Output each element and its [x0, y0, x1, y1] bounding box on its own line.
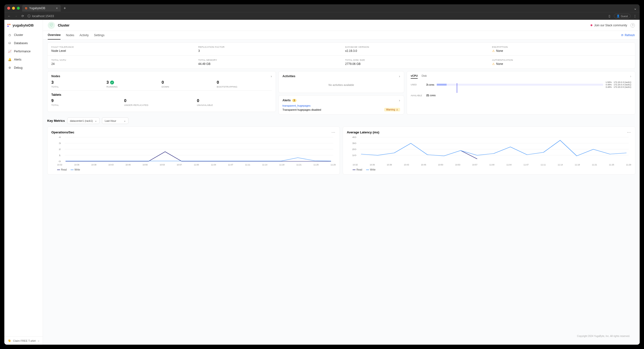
chevron-right-icon[interactable]: › [399, 98, 400, 102]
tab-activity[interactable]: Activity [80, 31, 89, 39]
timerange-select[interactable]: Last Hour⌄ [102, 117, 128, 124]
address-bar[interactable]: ⓘ localhost:15433 [28, 14, 54, 18]
tab-settings[interactable]: Settings [94, 31, 104, 39]
svg-text:0: 0 [59, 160, 61, 163]
alert-count-badge: 3 [292, 99, 296, 102]
svg-text:2: 2 [59, 148, 61, 151]
chevron-right-icon[interactable]: › [271, 74, 272, 78]
wave-icon: 👋 [8, 339, 11, 342]
window-maximize[interactable] [17, 7, 20, 10]
sidebar: yugabyteDB ◷ Cluster ⛁ Databases 📈 Perfo… [4, 20, 43, 345]
browser-tab[interactable]: ⧉ YugabyteDB × [22, 5, 61, 12]
refresh-icon: ⟳ [621, 34, 624, 37]
yugabyte-logo-icon [7, 23, 11, 28]
help-button[interactable]: ? [630, 23, 635, 28]
svg-text:10: 10 [352, 154, 356, 157]
sidebar-item-debug[interactable]: ⚙ Debug [4, 64, 43, 72]
cluster-icon: ◷ [8, 33, 12, 37]
activities-card: Activities› No activities available [278, 71, 404, 93]
tab-overview[interactable]: Overview [48, 31, 60, 40]
svg-text:4: 4 [59, 136, 61, 138]
reload-icon[interactable]: ⟳ [21, 14, 24, 18]
svg-text:30: 30 [352, 142, 356, 144]
health-badge: ♡ [48, 22, 55, 29]
refresh-button[interactable]: ⟳ Refresh [621, 34, 635, 37]
sidebar-item-performance[interactable]: 📈 Performance [4, 47, 43, 56]
key-metrics-title: Key Metrics [47, 119, 65, 123]
logo[interactable]: yugabyteDB [4, 20, 43, 31]
cluster-info-panel: FAULT TOLERANCENode Level REPLICATION FA… [47, 43, 635, 69]
alerts-card: Alerts3 › transparent_hugepages Transpar… [278, 95, 404, 115]
tab-title: YugabyteDB [29, 7, 45, 10]
window-minimize[interactable] [12, 7, 15, 10]
chart-menu-icon[interactable]: ⋯ [332, 130, 336, 135]
svg-text:1: 1 [59, 154, 61, 157]
disk-tab[interactable]: Disk [422, 74, 426, 79]
chart-card: Average Latency (ms)⋯ 10203040 10:3210:3… [343, 126, 635, 175]
chevron-right-icon[interactable]: › [630, 74, 631, 78]
profile-button[interactable]: 👤 Guest [614, 14, 630, 18]
new-tab-button[interactable]: + [62, 6, 67, 10]
warning-pill: Warning⚠ [384, 108, 400, 111]
forward-icon[interactable]: → [14, 14, 18, 18]
warning-icon: ⚠ [492, 49, 495, 53]
svg-text:20: 20 [352, 148, 356, 151]
page-title: Cluster [58, 24, 70, 27]
chevron-down-icon: ⌄ [124, 119, 126, 122]
sidebar-item-databases[interactable]: ⛁ Databases [4, 39, 43, 47]
slack-link[interactable]: ✱ Join our Slack community [590, 24, 627, 27]
slack-icon: ✱ [590, 24, 593, 27]
warning-icon: ⚠ [492, 62, 495, 66]
chart-icon: 📈 [8, 50, 12, 53]
tab-favicon: ⧉ [25, 7, 27, 10]
chart-menu-icon[interactable]: ⋯ [627, 130, 631, 135]
chevron-down-icon: ⌄ [95, 119, 97, 122]
browser-menu-icon[interactable]: ⋮ [633, 14, 637, 18]
close-tab-icon[interactable]: × [56, 6, 58, 10]
vcpu-card: vCPU Disk › USED 3 cores [406, 71, 635, 115]
svg-text:3: 3 [59, 142, 61, 144]
gear-icon: ⚙ [8, 66, 12, 70]
tab-nodes[interactable]: Nodes [66, 31, 74, 39]
chart-title: Average Latency (ms) [347, 131, 379, 134]
url-text: localhost:15433 [32, 14, 54, 18]
bell-icon: 🔔 [8, 58, 12, 62]
claim-tshirt-button[interactable]: 👋 Claim FREE T-shirt « [4, 336, 43, 345]
sidebar-item-cluster[interactable]: ◷ Cluster [4, 31, 43, 39]
person-icon: 👤 [616, 15, 620, 18]
back-icon[interactable]: ← [7, 14, 11, 18]
window-close[interactable] [7, 7, 10, 10]
database-icon: ⛁ [8, 41, 12, 45]
chart-title: Operations/Sec [51, 131, 74, 134]
no-activities-text: No activities available [282, 80, 400, 90]
svg-text:40: 40 [352, 136, 356, 138]
site-info-icon[interactable]: ⓘ [28, 14, 30, 18]
vcpu-tab[interactable]: vCPU [411, 74, 418, 79]
logo-text: yugabyteDB [12, 23, 34, 27]
window-menu-icon[interactable]: ⌄ [634, 6, 637, 11]
chart-card: Operations/Sec⋯ 01234 10:3210:3610:3910:… [47, 126, 340, 175]
region-select[interactable]: datacenter1 (rack1)⌄ [67, 117, 100, 124]
collapse-icon[interactable]: « [38, 339, 39, 342]
footer-copyright: Copyright 2024 YugaByte, Inc. All rights… [577, 335, 630, 337]
sidebar-item-alerts[interactable]: 🔔 Alerts [4, 56, 43, 64]
check-icon: ✓ [110, 81, 114, 84]
vcpu-bar [437, 84, 603, 86]
panel-icon[interactable]: ▯ [608, 14, 612, 18]
nodes-card: Nodes› 3TOTAL3✓RUNNING0DOWN0BOOTSTRAPPIN… [47, 71, 276, 112]
chevron-right-icon[interactable]: › [399, 74, 400, 78]
alert-link[interactable]: transparent_hugepages [282, 104, 400, 107]
